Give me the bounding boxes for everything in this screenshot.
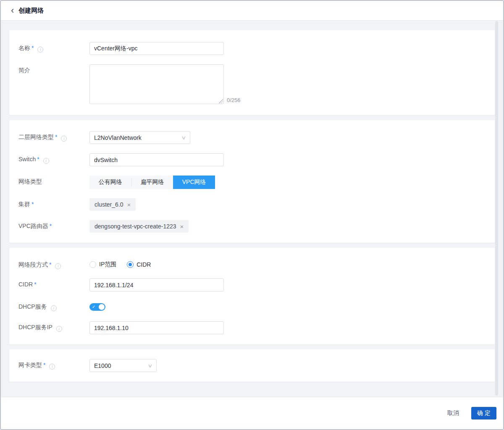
label-text: 名称: [18, 45, 30, 51]
switch-label: Switch* i: [18, 153, 89, 166]
info-icon[interactable]: i: [61, 136, 67, 142]
l2-type-select[interactable]: L2NoVlanNetwork ∨: [89, 131, 190, 144]
cidr-label: CIDR*: [18, 278, 89, 291]
dhcp-ip-label: DHCP服务IP i: [18, 321, 89, 334]
network-type-option-public[interactable]: 公有网络: [89, 176, 131, 189]
vertical-scrollbar[interactable]: [495, 21, 498, 396]
cidr-input[interactable]: [89, 278, 224, 291]
card-nic-type: 网卡类型* i E1000 ∨: [9, 349, 495, 382]
card-network-config: 二层网络类型* i L2NoVlanNetwork ∨ Switch* i: [9, 120, 495, 243]
dhcp-label: DHCP服务 i: [18, 301, 89, 312]
close-icon[interactable]: ×: [180, 223, 184, 230]
info-icon[interactable]: i: [55, 263, 61, 269]
cluster-tag[interactable]: cluster_6.0 ×: [89, 198, 136, 211]
toggle-knob: [99, 304, 105, 310]
nic-type-select[interactable]: E1000 ∨: [89, 359, 157, 372]
info-icon[interactable]: i: [37, 47, 43, 52]
label-text: 集群: [18, 201, 30, 207]
check-icon: ✓: [92, 304, 95, 310]
l2-type-label: 二层网络类型* i: [18, 131, 89, 144]
label-text: DHCP服务: [18, 303, 47, 310]
label-text: CIDR: [18, 281, 33, 288]
label-text: 网络段方式: [18, 261, 48, 268]
form-row-dhcp: DHCP服务 i ✓: [18, 301, 485, 312]
info-icon[interactable]: i: [51, 305, 57, 311]
required-asterisk: *: [49, 261, 51, 268]
radio-label: IP范围: [99, 261, 116, 268]
form-row-l2-type: 二层网络类型* i L2NoVlanNetwork ∨: [18, 131, 485, 144]
segment-mode-radio-group: IP范围 CIDR: [89, 259, 485, 268]
cancel-button[interactable]: 取消: [447, 409, 459, 417]
label-text: 简介: [18, 67, 30, 73]
card-basic-info: 名称* i 简介 0/256: [9, 30, 495, 115]
form-row-description: 简介 0/256: [18, 64, 485, 104]
required-asterisk: *: [34, 281, 36, 288]
back-icon[interactable]: ‹: [11, 6, 14, 15]
l2-type-value: L2NoVlanNetwork: [94, 134, 142, 141]
required-asterisk: *: [43, 362, 45, 368]
create-network-page: ‹ 创建网络 名称* i 简介: [0, 0, 504, 430]
radio-label: CIDR: [136, 261, 151, 268]
char-counter: 0/256: [227, 97, 241, 104]
required-asterisk: *: [55, 134, 57, 140]
radio-unchecked-icon: [89, 261, 96, 268]
info-icon[interactable]: i: [43, 158, 49, 164]
chevron-down-icon: ∨: [181, 135, 186, 141]
vpc-router-tag-text: dengsong-test-vpc-create-1223: [94, 223, 176, 230]
label-text: 网络类型: [18, 178, 42, 185]
label-text: 二层网络类型: [18, 134, 54, 140]
required-asterisk: *: [37, 156, 39, 163]
form-row-cidr: CIDR*: [18, 278, 485, 291]
network-type-segmented-control: 公有网络 扁平网络 VPC网络: [89, 176, 215, 189]
name-input[interactable]: [89, 42, 224, 55]
chevron-down-icon: ∨: [147, 363, 152, 369]
close-icon[interactable]: ×: [127, 202, 131, 208]
page-header: ‹ 创建网络: [1, 1, 503, 21]
info-icon[interactable]: i: [49, 364, 55, 370]
dhcp-toggle[interactable]: ✓: [89, 303, 105, 311]
form-row-segment-mode: 网络段方式* i IP范围 CIDR: [18, 259, 485, 269]
form-row-dhcp-ip: DHCP服务IP i: [18, 321, 485, 334]
vpc-router-tag[interactable]: dengsong-test-vpc-create-1223 ×: [89, 220, 189, 233]
cluster-label: 集群*: [18, 198, 89, 211]
segment-mode-label: 网络段方式* i: [18, 259, 89, 269]
network-type-option-vpc[interactable]: VPC网络: [173, 176, 215, 189]
name-label: 名称* i: [18, 42, 89, 55]
description-label: 简介: [18, 64, 89, 104]
radio-cidr[interactable]: CIDR: [127, 261, 151, 268]
confirm-button[interactable]: 确 定: [471, 407, 496, 420]
network-type-option-flat[interactable]: 扁平网络: [131, 176, 173, 189]
form-row-name: 名称* i: [18, 42, 485, 55]
info-icon[interactable]: i: [56, 326, 62, 332]
radio-checked-icon: [127, 261, 134, 268]
label-text: VPC路由器: [18, 223, 48, 229]
vpc-router-label: VPC路由器*: [18, 220, 89, 233]
switch-input[interactable]: [89, 153, 224, 166]
label-text: DHCP服务IP: [18, 324, 52, 330]
page-title: 创建网络: [18, 7, 44, 15]
dhcp-ip-input[interactable]: [89, 321, 224, 334]
label-text: 网卡类型: [18, 362, 42, 368]
footer-action-bar: 取消 确 定: [1, 397, 503, 429]
form-row-cluster: 集群* cluster_6.0 ×: [18, 198, 485, 211]
label-text: Switch: [18, 156, 36, 163]
cluster-tag-text: cluster_6.0: [94, 201, 123, 208]
required-asterisk: *: [32, 201, 34, 207]
form-content: 名称* i 简介 0/256: [1, 21, 503, 397]
nic-type-value: E1000: [94, 362, 111, 369]
nic-type-label: 网卡类型* i: [18, 359, 89, 372]
required-asterisk: *: [50, 223, 52, 229]
required-asterisk: *: [32, 45, 34, 51]
form-row-switch: Switch* i: [18, 153, 485, 166]
form-row-vpc-router: VPC路由器* dengsong-test-vpc-create-1223 ×: [18, 220, 485, 233]
card-segment-config: 网络段方式* i IP范围 CIDR: [9, 248, 495, 344]
description-textarea[interactable]: [89, 64, 224, 104]
form-row-network-type: 网络类型 公有网络 扁平网络 VPC网络: [18, 176, 485, 189]
form-row-nic-type: 网卡类型* i E1000 ∨: [18, 359, 485, 372]
radio-ip-range[interactable]: IP范围: [89, 261, 116, 268]
network-type-label: 网络类型: [18, 176, 89, 189]
